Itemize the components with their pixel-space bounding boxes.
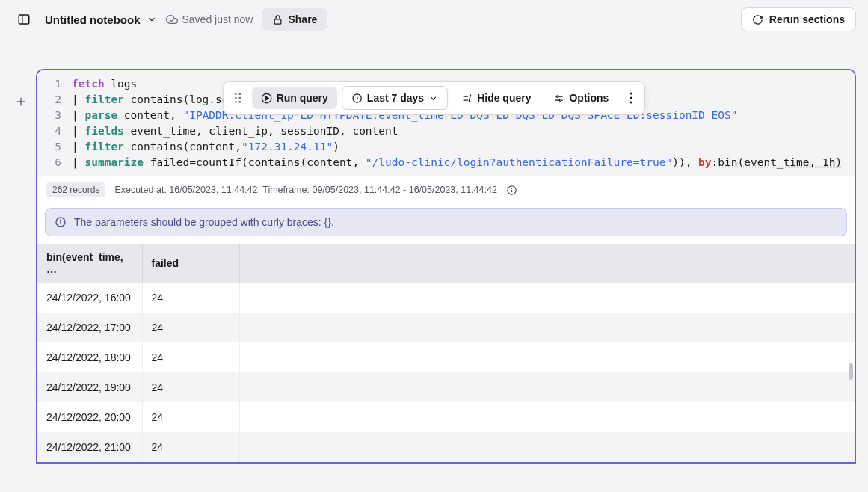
table-row[interactable]: 24/12/2022, 17:0024 xyxy=(37,313,855,342)
svg-point-20 xyxy=(560,99,562,101)
code-content[interactable]: | fields event_time, client_ip, sessionI… xyxy=(72,123,398,139)
cell-empty xyxy=(239,283,855,313)
plus-icon xyxy=(14,95,28,108)
cell-failed: 24 xyxy=(142,432,239,462)
line-number: 5 xyxy=(37,139,72,155)
top-bar: Untitled notebook Saved just now Share R… xyxy=(0,0,868,39)
code-content[interactable]: | summarize failed=countIf(contains(cont… xyxy=(72,155,842,170)
info-icon[interactable] xyxy=(506,185,517,196)
svg-point-19 xyxy=(557,95,559,97)
lock-icon xyxy=(272,14,283,25)
line-number: 4 xyxy=(37,123,72,139)
clock-icon xyxy=(351,93,363,104)
content-area: Run query Last 7 days Hide query Options… xyxy=(0,69,868,464)
column-header-time[interactable]: bin(event_time, … xyxy=(37,244,142,283)
table-header-row: bin(event_time, … failed xyxy=(37,244,855,283)
cell-time: 24/12/2022, 21:00 xyxy=(37,432,142,462)
warning-text: The parameters should be grouped with cu… xyxy=(74,216,334,228)
code-content[interactable]: | filter contains(content,"172.31.24.11"… xyxy=(72,139,339,155)
play-icon xyxy=(261,93,272,104)
svg-marker-12 xyxy=(265,96,268,100)
svg-point-6 xyxy=(238,93,241,95)
saved-status-text: Saved just now xyxy=(182,13,253,25)
run-query-label: Run query xyxy=(277,92,328,104)
svg-point-8 xyxy=(238,97,241,99)
cell-time: 24/12/2022, 19:00 xyxy=(37,372,142,402)
line-number: 6 xyxy=(37,155,72,170)
svg-rect-2 xyxy=(275,19,282,23)
svg-point-10 xyxy=(238,101,241,103)
execution-timestamp: Executed at: 16/05/2023, 11:44:42, Timef… xyxy=(114,185,497,195)
line-number: 2 xyxy=(37,92,72,108)
cell-empty xyxy=(239,342,855,372)
scrollbar-thumb[interactable] xyxy=(849,363,853,380)
rerun-button[interactable]: Rerun sections xyxy=(741,7,856,31)
svg-point-21 xyxy=(630,93,632,95)
svg-point-29 xyxy=(61,220,61,221)
add-cell-button[interactable] xyxy=(10,91,31,112)
svg-point-9 xyxy=(235,101,237,103)
more-menu-button[interactable] xyxy=(622,87,640,108)
notebook-title-text: Untitled notebook xyxy=(45,13,141,26)
sidebar-toggle-icon[interactable] xyxy=(12,7,36,31)
saved-status: Saved just now xyxy=(166,13,253,25)
cell-failed: 24 xyxy=(142,402,239,432)
column-header-failed[interactable]: failed xyxy=(142,244,239,283)
column-header-empty xyxy=(239,244,855,283)
cell-toolbar: Run query Last 7 days Hide query Options xyxy=(223,81,646,115)
table-row[interactable]: 24/12/2022, 21:0024 xyxy=(37,432,855,462)
more-vertical-icon xyxy=(630,92,632,104)
svg-point-22 xyxy=(630,97,632,99)
code-line: 5| filter contains(content,"172.31.24.11… xyxy=(37,139,855,155)
cell-time: 24/12/2022, 16:00 xyxy=(37,283,142,313)
cell-empty xyxy=(239,313,855,342)
cell-failed: 24 xyxy=(142,313,239,342)
records-count-badge: 262 records xyxy=(46,182,105,197)
cloud-check-icon xyxy=(166,13,178,25)
svg-rect-0 xyxy=(19,15,29,24)
execution-meta: 262 records Executed at: 16/05/2023, 11:… xyxy=(37,176,855,203)
svg-point-26 xyxy=(511,188,512,188)
svg-point-5 xyxy=(235,93,237,95)
run-query-button[interactable]: Run query xyxy=(252,87,337,109)
chevron-down-icon xyxy=(147,14,157,25)
cell-time: 24/12/2022, 18:00 xyxy=(37,342,142,372)
drag-handle-icon[interactable] xyxy=(228,89,247,107)
table-row[interactable]: 24/12/2022, 16:0024 xyxy=(37,283,855,313)
hide-query-label: Hide query xyxy=(477,92,531,104)
info-icon xyxy=(55,216,67,228)
cell-empty xyxy=(239,372,855,402)
cell-failed: 24 xyxy=(142,372,239,402)
options-button[interactable]: Options xyxy=(544,87,618,109)
line-number: 1 xyxy=(37,76,72,92)
table-row[interactable]: 24/12/2022, 18:0024 xyxy=(37,342,855,372)
refresh-icon xyxy=(752,14,763,25)
svg-line-16 xyxy=(469,94,471,102)
cell-empty xyxy=(239,432,855,462)
svg-point-7 xyxy=(235,97,237,99)
share-button[interactable]: Share xyxy=(262,8,327,31)
chevron-down-icon xyxy=(428,93,438,103)
hide-query-button[interactable]: Hide query xyxy=(452,87,540,109)
sliders-icon xyxy=(553,93,564,104)
cell-failed: 24 xyxy=(142,342,239,372)
cell-empty xyxy=(239,402,855,432)
cell-time: 24/12/2022, 20:00 xyxy=(37,402,142,432)
code-line: 6| summarize failed=countIf(contains(con… xyxy=(37,155,855,170)
table-row[interactable]: 24/12/2022, 19:0024 xyxy=(37,372,855,402)
rerun-label: Rerun sections xyxy=(769,13,845,25)
line-number: 3 xyxy=(37,108,72,123)
code-line: 4| fields event_time, client_ip, session… xyxy=(37,123,855,139)
timeframe-label: Last 7 days xyxy=(367,92,424,104)
svg-point-23 xyxy=(630,102,632,104)
warning-banner: The parameters should be grouped with cu… xyxy=(45,208,847,236)
notebook-title-dropdown[interactable]: Untitled notebook xyxy=(45,13,157,26)
cell-failed: 24 xyxy=(142,283,239,313)
query-cell: 1fetch logs2| filter contains(log.source… xyxy=(36,69,856,464)
timeframe-dropdown[interactable]: Last 7 days xyxy=(342,86,448,110)
options-label: Options xyxy=(569,92,609,104)
table-row[interactable]: 24/12/2022, 20:0024 xyxy=(37,402,855,432)
share-label: Share xyxy=(288,13,317,25)
hide-icon xyxy=(461,93,473,104)
code-content[interactable]: fetch logs xyxy=(72,76,137,92)
